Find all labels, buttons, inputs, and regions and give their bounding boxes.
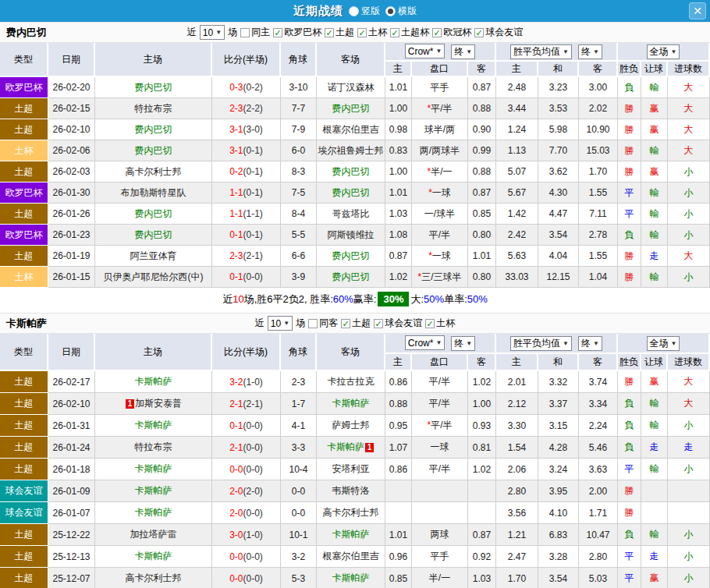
mark-label: 勝 [625, 507, 634, 518]
halftime-score: (0-0) [243, 573, 263, 584]
scope-select[interactable]: 全场▼ [647, 336, 680, 351]
win-avg: 5.07 [496, 161, 538, 182]
halftime-score: (2-2) [243, 103, 263, 114]
team-label: 费内巴切 [135, 82, 172, 93]
team-label: 哥兹塔比 [332, 208, 370, 219]
star-mark: * [417, 271, 421, 282]
mark-label: 平 [625, 463, 634, 474]
away-odds: 0.87 [468, 524, 496, 546]
away-team: 卡斯帕萨 [317, 393, 385, 415]
match-date: 26-02-10 [48, 393, 95, 415]
match-row: 球会友谊26-01-07卡斯帕萨2-0(0-0)0-0高卡尔利士邦3.564.1… [0, 502, 710, 524]
select-value: 终 [454, 45, 463, 58]
away-odds: 0.92 [468, 546, 496, 568]
column-header: 客 [468, 354, 496, 371]
close-icon[interactable]: ✕ [689, 2, 706, 19]
final-select-2[interactable]: 终▼ [578, 44, 602, 59]
chevron-down-icon: ▼ [466, 48, 472, 55]
radio-icon[interactable] [385, 6, 396, 16]
team-label: 费内巴切 [332, 187, 370, 198]
result-mark: 勝 [618, 161, 641, 182]
avg-select[interactable]: 胜平负均值▼ [510, 44, 572, 59]
column-header: 胜负 [618, 354, 641, 371]
home-team: 卡斯帕萨 [95, 459, 212, 480]
draw-avg: 5.98 [538, 119, 579, 140]
fulltime-score: 1-1 [229, 187, 243, 198]
mark-label: 負 [625, 529, 634, 540]
final-select[interactable]: 终▼ [451, 336, 475, 351]
column-header: 客场 [317, 43, 385, 77]
mark-label: 輸 [650, 463, 659, 474]
same-venue-checkbox[interactable]: 同主 [240, 26, 270, 39]
corners: 3-10 [281, 77, 317, 98]
scope-select[interactable]: 全场▼ [647, 44, 680, 59]
column-header: 日期 [48, 334, 95, 371]
mark-label: 勝 [625, 271, 634, 282]
home-team: 1加斯安泰普 [95, 393, 212, 415]
final-select-2[interactable]: 终▼ [578, 336, 602, 351]
mark-label: 小 [684, 187, 694, 198]
halftime-score: (0-0) [243, 420, 263, 431]
league-checkbox[interactable]: ✓球会友谊 [374, 317, 422, 330]
team-label: 安塔利亚 [332, 463, 370, 474]
handicap: *平/半 [412, 98, 468, 119]
match-date: 25-12-13 [48, 546, 95, 568]
final-select[interactable]: 终▼ [451, 44, 475, 59]
league-checkbox[interactable]: ✓土超 [341, 317, 371, 330]
column-header: 客 [579, 354, 618, 371]
handicap: 一/球半 [412, 204, 468, 225]
company-select[interactable]: Crow*▼ [405, 335, 446, 350]
mark-label: 赢 [650, 572, 659, 583]
mark-label: 小 [684, 463, 694, 474]
team-label: 卡斯帕萨 [135, 507, 172, 518]
match-date: 26-02-15 [48, 98, 95, 119]
summary-text: 60% [333, 293, 353, 305]
draw-avg: 3.53 [538, 98, 579, 119]
league-checkbox[interactable]: ✓土超杯 [390, 26, 429, 39]
league-checkbox[interactable]: ✓土超 [325, 26, 354, 39]
result-mark: 平 [618, 568, 641, 588]
win-avg: 5.63 [496, 246, 538, 267]
column-header: 盘口 [412, 62, 468, 77]
league-badge: 土超 [0, 371, 48, 393]
near-count-select[interactable]: 10▼ [268, 316, 293, 331]
away-team: 根塞尔伯里吉 [317, 546, 385, 568]
filter-bar: 近10▼场同主✓欧罗巴杯✓土超✓土杯✓土超杯✓欧冠杯✓球会友谊 [187, 25, 523, 40]
checkbox-unchecked-icon [308, 319, 318, 328]
chevron-down-icon: ▼ [593, 48, 599, 55]
mark-label: 大 [684, 398, 694, 409]
match-date: 26-02-10 [48, 119, 95, 140]
company-select[interactable]: Crow*▼ [405, 44, 446, 58]
away-team: 费内巴切 [317, 182, 385, 204]
layout-radio-vertical[interactable]: 竖版 [349, 5, 380, 18]
radio-icon[interactable] [349, 6, 359, 16]
handicap-result-mark: 輸 [641, 204, 668, 225]
away-team: 卡拉古拉克 [317, 371, 385, 393]
layout-radio-horizontal[interactable]: 横版 [385, 5, 417, 18]
avg-select[interactable]: 胜平负均值▼ [510, 336, 572, 351]
column-header: 和 [538, 354, 579, 371]
league-checkbox[interactable]: ✓土杯 [425, 317, 455, 330]
lose-avg: 3.63 [579, 459, 618, 480]
league-checkbox[interactable]: ✓土杯 [357, 26, 387, 39]
same-venue-checkbox[interactable]: 同客 [308, 317, 338, 330]
win-avg: 1.13 [496, 140, 538, 161]
checkbox-checked-icon: ✓ [390, 28, 399, 37]
fulltime-score: 2-0 [229, 486, 243, 497]
league-checkbox[interactable]: ✓欧冠杯 [432, 26, 471, 39]
mark-label: 輸 [650, 229, 659, 240]
team-label: 诺丁汉森林 [328, 82, 375, 93]
home-odds: 0.88 [385, 393, 412, 415]
mark-label: 輸 [650, 398, 659, 409]
checkbox-checked-icon: ✓ [341, 319, 350, 328]
handicap: *三/三球半 [412, 267, 468, 288]
column-header: 主 [496, 62, 538, 77]
column-header: 主 [385, 354, 412, 371]
away-team: 高卡尔利士邦 [317, 502, 385, 524]
league-checkbox[interactable]: ✓欧罗巴杯 [273, 26, 321, 39]
team-name: 费内巴切 [6, 26, 47, 40]
league-checkbox[interactable]: ✓球会友谊 [474, 26, 523, 39]
handicap-result-mark: 輸 [641, 393, 668, 415]
column-header: 日期 [48, 43, 95, 77]
near-count-select[interactable]: 10▼ [200, 25, 225, 40]
